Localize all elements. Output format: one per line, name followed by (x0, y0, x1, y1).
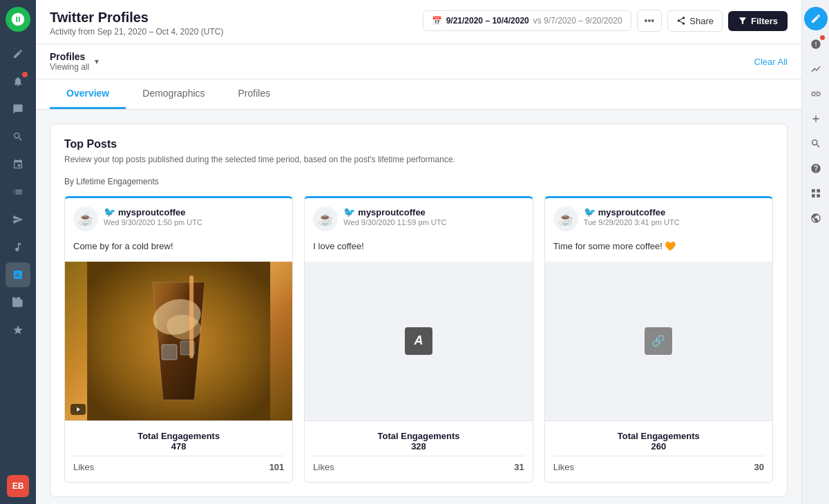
right-panel-search[interactable] (805, 133, 827, 155)
twitter-icon-3: 🐦 (584, 206, 595, 217)
likes-value-2: 31 (514, 462, 524, 472)
sidebar-item-tools[interactable] (6, 290, 30, 315)
sidebar-item-audio[interactable] (6, 235, 30, 260)
date-range-main: 9/21/2020 – 10/4/2020 (446, 16, 529, 26)
right-panel-link[interactable] (805, 83, 827, 105)
post-header-2: ☕ 🐦 mysproutcoffee Wed 9/30/2020 11:59 p… (305, 198, 532, 240)
sidebar-item-pin[interactable] (6, 152, 30, 177)
calendar-icon: 📅 (432, 16, 442, 26)
right-panel-edit[interactable] (804, 7, 828, 30)
analytics-icon (810, 64, 821, 75)
twitter-icon-1: 🐦 (104, 206, 115, 217)
tab-demographics[interactable]: Demographics (126, 79, 221, 109)
header-actions: 📅 9/21/2020 – 10/4/2020 vs 9/7/2020 – 9/… (423, 10, 788, 32)
total-engagements-value-2: 328 (411, 441, 426, 452)
post-content-3: Time for some more coffee! 🧡 (553, 241, 676, 251)
right-panel-add[interactable] (805, 108, 827, 130)
search-icon (810, 138, 821, 149)
filters-button[interactable]: Filters (728, 11, 788, 31)
sidebar-item-notifications[interactable] (6, 69, 30, 94)
likes-label-2: Likes (313, 462, 334, 472)
tabs: Overview Demographics Profiles (36, 79, 801, 110)
post-date-1: Wed 9/30/2020 1:50 pm UTC (104, 218, 284, 226)
sidebar-item-send[interactable] (6, 207, 30, 232)
edit-icon (810, 13, 821, 24)
globe-icon (810, 213, 821, 224)
profiles-bar: Profiles Viewing all ▾ Clear All (36, 44, 801, 79)
help-icon (810, 163, 821, 174)
top-posts-title: Top Posts (64, 138, 773, 151)
total-engagements-label-3: Total Engagements (618, 431, 700, 441)
right-panel-analytics[interactable] (805, 58, 827, 80)
text-type-badge: A (405, 327, 432, 355)
page-title: Twitter Profiles (50, 10, 223, 26)
likes-row-1: Likes 101 (73, 459, 284, 475)
link-type-badge: 🔗 (645, 327, 672, 355)
likes-row-3: Likes 30 (553, 459, 764, 475)
sidebar-item-favorites[interactable] (6, 318, 30, 342)
sidebar-item-search[interactable] (6, 124, 30, 149)
sidebar-item-analytics[interactable] (6, 262, 30, 287)
filters-icon (738, 16, 747, 26)
clear-all-button[interactable]: Clear All (754, 57, 788, 67)
right-panel-grid[interactable] (805, 182, 827, 204)
content-area: Top Posts Review your top posts publishe… (36, 110, 801, 504)
sidebar-item-lists[interactable] (6, 180, 30, 204)
right-panel-alert[interactable] (805, 33, 827, 55)
twitter-icon-2: 🐦 (343, 206, 355, 217)
post-card-1: ☕ 🐦 mysproutcoffee Wed 9/30/2020 1:50 pm… (64, 196, 293, 483)
sidebar-item-compose[interactable] (6, 41, 30, 66)
post-image-1 (65, 262, 292, 420)
link-icon (810, 88, 821, 99)
profiles-label: Profiles (50, 51, 89, 62)
alert-badge (820, 35, 825, 40)
profiles-select[interactable]: Profiles Viewing all ▾ (50, 51, 99, 72)
post-username-3: mysproutcoffee (598, 207, 666, 217)
main-content: Twitter Profiles Activity from Sep 21, 2… (36, 0, 801, 504)
post-meta-3: 🐦 mysproutcoffee Tue 9/29/2020 3:41 pm U… (584, 206, 764, 226)
sidebar: EB (0, 0, 36, 504)
top-posts-subtitle: Review your top posts published during t… (64, 153, 773, 166)
total-engagements-row-3: Total Engagements 260 (553, 428, 764, 456)
filters-label: Filters (751, 16, 778, 26)
sidebar-item-messages[interactable] (6, 97, 30, 122)
post-account-2: 🐦 mysproutcoffee (343, 206, 524, 217)
likes-label-1: Likes (73, 462, 94, 472)
more-options-button[interactable]: ••• (637, 10, 663, 32)
tab-overview[interactable]: Overview (50, 79, 126, 109)
engagement-label: By Lifetime Engagements (64, 177, 773, 186)
profiles-select-text: Profiles Viewing all (50, 51, 89, 72)
date-range-button[interactable]: 📅 9/21/2020 – 10/4/2020 vs 9/7/2020 – 9/… (423, 10, 631, 31)
user-avatar[interactable]: EB (7, 475, 29, 497)
posts-grid: ☕ 🐦 mysproutcoffee Wed 9/30/2020 1:50 pm… (64, 196, 773, 483)
post-text-2: I love coffee! (305, 240, 532, 262)
post-account-3: 🐦 mysproutcoffee (584, 206, 764, 217)
post-card-3: ☕ 🐦 mysproutcoffee Tue 9/29/2020 3:41 pm… (544, 196, 773, 483)
total-engagements-label-2: Total Engagements (378, 431, 460, 441)
share-icon (676, 16, 686, 26)
total-engagements-row-2: Total Engagements 328 (313, 428, 524, 456)
header-title-block: Twitter Profiles Activity from Sep 21, 2… (50, 10, 223, 37)
add-icon (810, 113, 821, 124)
post-meta-2: 🐦 mysproutcoffee Wed 9/30/2020 11:59 pm … (343, 206, 524, 226)
video-icon (75, 406, 82, 413)
post-content-1: Come by for a cold brew! (73, 241, 173, 251)
right-panel-help[interactable] (805, 157, 827, 180)
post-account-1: 🐦 mysproutcoffee (104, 206, 284, 217)
tab-profiles[interactable]: Profiles (222, 79, 287, 109)
sidebar-logo[interactable] (6, 7, 30, 32)
date-range-compare: vs 9/7/2020 – 9/20/2020 (533, 16, 622, 26)
right-panel-globe[interactable] (805, 207, 827, 229)
grid-icon (810, 188, 821, 199)
post-date-3: Tue 9/29/2020 3:41 pm UTC (584, 218, 764, 226)
post-avatar-2: ☕ (313, 206, 338, 231)
post-header-1: ☕ 🐦 mysproutcoffee Wed 9/30/2020 1:50 pm… (65, 198, 292, 240)
alert-icon (810, 39, 821, 50)
likes-value-1: 101 (269, 462, 285, 472)
post-text-1: Come by for a cold brew! (65, 240, 292, 262)
svg-rect-3 (162, 345, 177, 360)
coffee-image-svg (65, 262, 292, 420)
page-subtitle: Activity from Sep 21, 2020 – Oct 4, 2020… (50, 27, 223, 37)
share-button[interactable]: Share (667, 10, 723, 32)
post-avatar-1: ☕ (73, 206, 98, 231)
